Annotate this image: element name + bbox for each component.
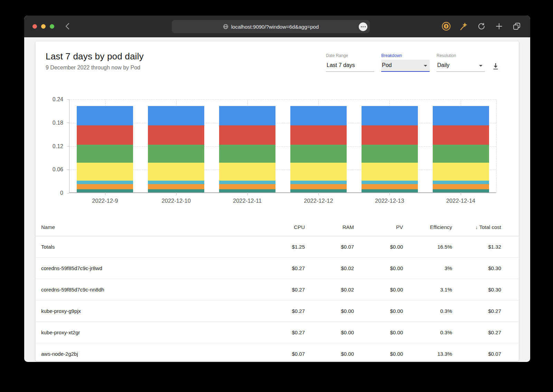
- column-header-pv[interactable]: PV: [354, 224, 403, 230]
- column-header-name[interactable]: Name: [41, 224, 256, 230]
- cyan-segment: [362, 181, 418, 184]
- url-more-button[interactable]: [359, 22, 367, 31]
- yellow-segment: [433, 163, 489, 181]
- stacked-bar-2022-12-11[interactable]: [219, 106, 275, 192]
- tab-overview-button[interactable]: [512, 22, 521, 31]
- cost-chart: 00.060.120.180.24 2022-12-92022-12-10202…: [36, 99, 519, 213]
- orange-segment: [219, 184, 275, 189]
- new-tab-button[interactable]: [495, 22, 504, 31]
- green-segment: [148, 145, 204, 163]
- yellow-segment: [77, 163, 133, 181]
- gridline: [69, 99, 496, 100]
- gridline: [496, 99, 497, 193]
- url-bar[interactable]: localhost:9090/?window=6d&agg=pod: [172, 20, 370, 33]
- column-header-cpu[interactable]: CPU: [256, 224, 305, 230]
- table-row[interactable]: kube-proxy-g9pjx $0.27 $0.00 $0.00 0.3% …: [36, 300, 519, 322]
- stacked-bar-2022-12-14[interactable]: [433, 106, 489, 192]
- x-tick: [318, 193, 319, 195]
- x-tick-label: 2022-12-14: [446, 198, 475, 204]
- breakdown-select[interactable]: Pod: [381, 60, 430, 72]
- red-segment: [362, 125, 418, 145]
- y-tick-label: 0.12: [53, 143, 63, 150]
- resolution-select[interactable]: Daily: [437, 60, 485, 72]
- date-range-input[interactable]: Last 7 days: [326, 60, 374, 72]
- gridline: [69, 170, 496, 170]
- orange-segment: [290, 184, 347, 189]
- y-tick-label: 0: [60, 190, 63, 196]
- chart-y-axis: 00.060.120.180.24: [36, 99, 67, 193]
- column-header-efficiency[interactable]: Efficiency: [403, 224, 452, 230]
- minimize-window-button[interactable]: [41, 24, 46, 29]
- x-tick: [176, 193, 177, 195]
- close-window-button[interactable]: [32, 24, 37, 29]
- y-tick: [67, 146, 69, 146]
- red-segment: [433, 125, 489, 145]
- table-row[interactable]: aws-node-2g2bj $0.07 $0.00 $0.00 13.3% $…: [36, 343, 519, 361]
- green-segment: [219, 145, 275, 163]
- globe-icon: [223, 24, 228, 29]
- magic-wand-icon: [459, 22, 468, 31]
- page-title: Last 7 days by pod daily: [46, 51, 144, 62]
- ellipsis-icon: [361, 26, 366, 27]
- teal-segment: [290, 189, 347, 192]
- gridline: [69, 123, 496, 123]
- teal-segment: [362, 189, 418, 192]
- traffic-lights: [32, 24, 54, 29]
- date-range-field: Date Range Last 7 days: [326, 53, 374, 72]
- red-segment: [219, 125, 275, 145]
- onepassword-extension-button[interactable]: [442, 22, 451, 31]
- column-header-total-cost[interactable]: ↓Total cost: [452, 224, 501, 230]
- table-row[interactable]: kube-proxy-xt2gr $0.27 $0.00 $0.00 0.3% …: [36, 322, 519, 343]
- column-header-ram[interactable]: RAM: [305, 224, 354, 230]
- chevron-down-icon: [424, 65, 427, 67]
- reload-button[interactable]: [477, 22, 486, 31]
- blue-segment: [77, 106, 133, 125]
- cyan-segment: [290, 181, 347, 184]
- cost-table: Name CPU RAM PV Efficiency ↓Total cost T…: [36, 218, 519, 361]
- green-segment: [77, 145, 133, 163]
- y-tick: [67, 193, 69, 193]
- reload-icon: [478, 22, 485, 30]
- stacked-bar-2022-12-12[interactable]: [290, 106, 347, 192]
- browser-titlebar: localhost:9090/?window=6d&agg=pod: [24, 16, 530, 37]
- orange-segment: [77, 184, 133, 189]
- stacked-bar-2022-12-10[interactable]: [148, 106, 204, 192]
- x-tick-label: 2022-12-9: [92, 198, 118, 204]
- x-tick-label: 2022-12-12: [304, 198, 333, 204]
- download-button[interactable]: [491, 62, 500, 70]
- orange-segment: [148, 184, 204, 189]
- blue-segment: [219, 106, 275, 125]
- table-row-totals[interactable]: Totals $1.25 $0.07 $0.00 16.5% $1.32: [36, 236, 519, 258]
- breakdown-label: Breakdown: [381, 53, 430, 58]
- sort-descending-icon: ↓: [475, 224, 478, 230]
- blue-segment: [148, 106, 204, 125]
- chevron-down-icon: [479, 65, 482, 67]
- tabs-icon: [513, 22, 521, 30]
- yellow-segment: [290, 163, 347, 181]
- report-heading: Last 7 days by pod daily 9 December 2022…: [46, 51, 144, 71]
- plus-icon: [496, 23, 503, 30]
- teal-segment: [219, 189, 275, 192]
- orange-segment: [362, 184, 418, 189]
- onepassword-icon: [442, 22, 451, 31]
- wand-extension-button[interactable]: [459, 22, 468, 31]
- red-segment: [77, 125, 133, 145]
- table-header-row: Name CPU RAM PV Efficiency ↓Total cost: [36, 218, 519, 236]
- blue-segment: [290, 106, 347, 125]
- table-row[interactable]: coredns-59f85d7c9c-jr8wd $0.27 $0.02 $0.…: [36, 258, 519, 279]
- table-row[interactable]: coredns-59f85d7c9c-nn8dh $0.27 $0.02 $0.…: [36, 279, 519, 300]
- blue-segment: [362, 106, 418, 125]
- y-tick: [67, 99, 69, 100]
- yellow-segment: [148, 163, 204, 181]
- back-button[interactable]: [63, 22, 72, 31]
- cyan-segment: [219, 181, 275, 184]
- y-tick-label: 0.06: [53, 166, 63, 173]
- stacked-bar-2022-12-13[interactable]: [362, 106, 418, 192]
- date-range-label: Date Range: [326, 53, 374, 58]
- green-segment: [290, 145, 347, 163]
- zoom-window-button[interactable]: [50, 24, 54, 29]
- stacked-bar-2022-12-9[interactable]: [77, 106, 133, 192]
- x-tick-label: 2022-12-13: [375, 198, 404, 204]
- cyan-segment: [77, 181, 133, 184]
- blue-segment: [433, 106, 489, 125]
